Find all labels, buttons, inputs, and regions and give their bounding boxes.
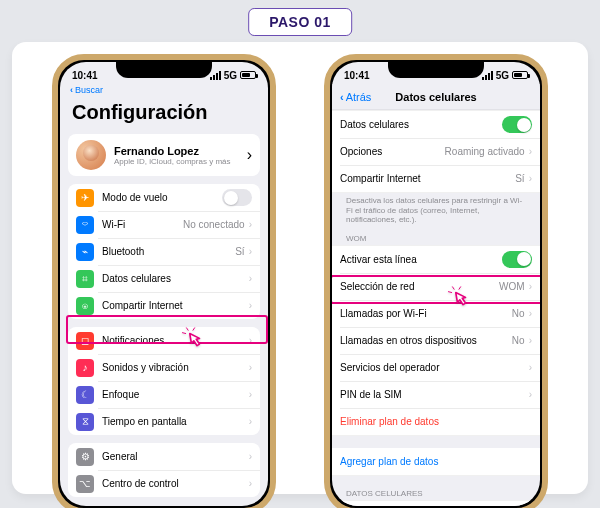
other-devices-label: Llamadas en otros dispositivos	[340, 335, 512, 346]
row-delete-plan[interactable]: Eliminar plan de datos	[332, 408, 540, 435]
content-card: 10:41 5G ‹Buscar Configuración Fernando …	[12, 42, 588, 494]
hotspot-icon: ⍟	[76, 297, 94, 315]
row-wifi[interactable]: ⌔Wi-FiNo conectado›	[68, 211, 260, 238]
screentime-label: Tiempo en pantalla	[102, 416, 247, 427]
screentime-icon: ⧖	[76, 413, 94, 431]
wifi-calling-label: Llamadas por Wi-Fi	[340, 308, 512, 319]
row-cellular[interactable]: ⌗Datos celulares›	[68, 265, 260, 292]
chevron-right-icon: ›	[249, 478, 252, 489]
sounds-label: Sonidos y vibración	[102, 362, 247, 373]
row-sim-pin[interactable]: PIN de la SIM›	[332, 381, 540, 408]
control-center-icon: ⌥	[76, 475, 94, 493]
focus-icon: ☾	[76, 386, 94, 404]
cellular-data-switch[interactable]	[502, 116, 532, 133]
row-focus[interactable]: ☾Enfoque›	[68, 381, 260, 408]
cellular-icon: ⌗	[76, 270, 94, 288]
network-select-value: WOM	[499, 281, 525, 292]
chevron-right-icon: ›	[249, 219, 252, 230]
row-hotspot[interactable]: Compartir InternetSí›	[332, 165, 540, 192]
battery-icon	[512, 71, 528, 79]
chevron-right-icon: ›	[249, 335, 252, 346]
profile-sub: Apple ID, iCloud, compras y más	[114, 157, 231, 166]
row-sounds[interactable]: ♪Sonidos y vibración›	[68, 354, 260, 381]
add-plan-row[interactable]: Agregar plan de datos	[332, 448, 540, 475]
chevron-right-icon: ›	[529, 308, 532, 319]
chevron-right-icon: ›	[249, 389, 252, 400]
signal-icon	[210, 71, 221, 80]
wifi-label: Wi-Fi	[102, 219, 183, 230]
row-screentime[interactable]: ⧖Tiempo en pantalla›	[68, 408, 260, 435]
delete-plan-label: Eliminar plan de datos	[340, 416, 532, 427]
airplane-label: Modo de vuelo	[102, 192, 222, 203]
phone-left: 10:41 5G ‹Buscar Configuración Fernando …	[52, 54, 276, 508]
phone-right: 10:41 5G ‹Atrás Datos celulares Datos ce…	[324, 54, 548, 508]
add-plan-group: Agregar plan de datos	[332, 448, 540, 476]
add-plan-label: Agregar plan de datos	[340, 456, 532, 467]
network-select-label: Selección de red	[340, 281, 499, 292]
cellular-label: Datos celulares	[102, 273, 247, 284]
nav-header: ‹Atrás Datos celulares	[332, 84, 540, 110]
profile-name: Fernando Lopez	[114, 145, 231, 157]
wifi-value: No conectado	[183, 219, 245, 230]
chevron-right-icon: ›	[249, 451, 252, 462]
chevron-right-icon: ›	[529, 281, 532, 292]
nav-title: Datos celulares	[395, 91, 476, 103]
row-airplane[interactable]: ✈Modo de vuelo	[68, 184, 260, 211]
battery-icon	[240, 71, 256, 79]
chevron-right-icon: ›	[529, 335, 532, 346]
sounds-icon: ♪	[76, 359, 94, 377]
row-options[interactable]: OpcionesRoaming activado›	[332, 138, 540, 165]
back-button[interactable]: ‹Atrás	[340, 91, 371, 103]
chevron-right-icon: ›	[529, 146, 532, 157]
network-label: 5G	[224, 70, 237, 81]
chevron-right-icon: ›	[249, 416, 252, 427]
hotspot-label: Compartir Internet	[340, 173, 515, 184]
avatar	[76, 140, 106, 170]
notch	[388, 62, 484, 78]
airplane-switch[interactable]	[222, 189, 252, 206]
hotspot-value: Sí	[515, 173, 524, 184]
connectivity-group: ✈Modo de vuelo⌔Wi-FiNo conectado›⌁Blueto…	[68, 184, 260, 319]
row-notifications[interactable]: ◻Notificaciones›	[68, 327, 260, 354]
search-back[interactable]: ‹Buscar	[60, 84, 268, 97]
chevron-right-icon: ›	[529, 389, 532, 400]
sim-pin-label: PIN de la SIM	[340, 389, 527, 400]
chevron-right-icon: ›	[249, 362, 252, 373]
chevron-right-icon: ›	[249, 300, 252, 311]
row-general[interactable]: ⚙General›	[68, 443, 260, 470]
bluetooth-label: Bluetooth	[102, 246, 235, 257]
carrier-services-label: Servicios del operador	[340, 362, 527, 373]
row-other-devices[interactable]: Llamadas en otros dispositivosNo›	[332, 327, 540, 354]
usage-header: DATOS CELULARES	[332, 484, 540, 500]
chevron-right-icon: ›	[529, 173, 532, 184]
usage-group: Periodo actual 589 GB	[332, 500, 540, 506]
status-time: 10:41	[72, 70, 98, 81]
line-active-switch[interactable]	[502, 251, 532, 268]
row-control-center[interactable]: ⌥Centro de control›	[68, 470, 260, 497]
carrier-header: WOM	[332, 229, 540, 245]
row-bluetooth[interactable]: ⌁BluetoothSí›	[68, 238, 260, 265]
row-line-active[interactable]: Activar esta línea	[332, 246, 540, 273]
signal-icon	[482, 71, 493, 80]
chevron-right-icon: ›	[249, 246, 252, 257]
bluetooth-icon: ⌁	[76, 243, 94, 261]
cellular-data-label: Datos celulares	[340, 119, 502, 130]
row-hotspot[interactable]: ⍟Compartir Internet›	[68, 292, 260, 319]
notch	[116, 62, 212, 78]
chevron-right-icon: ›	[249, 273, 252, 284]
control-center-label: Centro de control	[102, 478, 247, 489]
bluetooth-value: Sí	[235, 246, 244, 257]
row-cellular-data[interactable]: Datos celulares	[332, 111, 540, 138]
page-title: Configuración	[60, 97, 268, 130]
other-devices-value: No	[512, 335, 525, 346]
profile-group[interactable]: Fernando Lopez Apple ID, iCloud, compras…	[68, 134, 260, 176]
row-carrier-services[interactable]: Servicios del operador›	[332, 354, 540, 381]
usage-row[interactable]: Periodo actual 589 GB	[332, 501, 540, 506]
row-wifi-calling[interactable]: Llamadas por Wi-FiNo›	[332, 300, 540, 327]
focus-label: Enfoque	[102, 389, 247, 400]
general-icon: ⚙	[76, 448, 94, 466]
cellular-note: Desactiva los datos celulares para restr…	[332, 193, 540, 229]
options-label: Opciones	[340, 146, 445, 157]
row-network-select[interactable]: Selección de redWOM›	[332, 273, 540, 300]
alerts-group: ◻Notificaciones›♪Sonidos y vibración›☾En…	[68, 327, 260, 435]
